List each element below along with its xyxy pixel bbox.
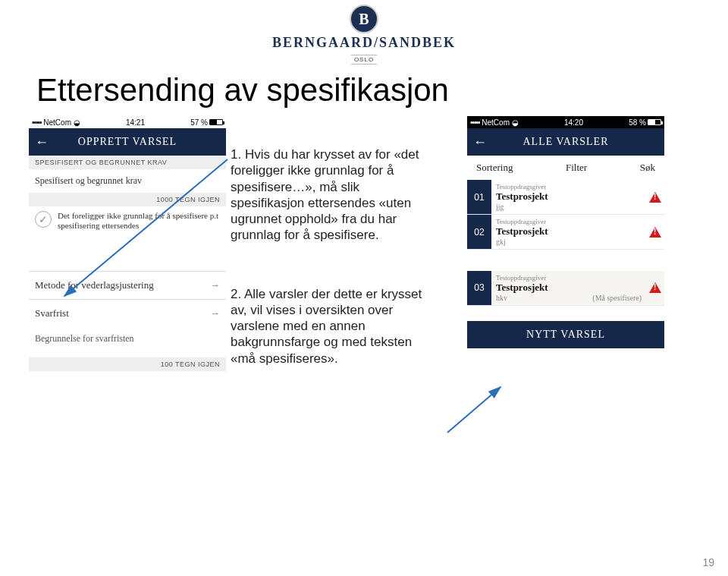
- row-method[interactable]: Metode for vederlagsjustering →: [29, 271, 226, 299]
- logo-text: BERNGAARD/SANDBEK: [0, 35, 728, 51]
- list-item[interactable]: 01 Testoppdragsgiver Testprosjekt jjg: [467, 180, 664, 215]
- spec-text[interactable]: Spesifisert og begrunnet krav: [29, 169, 226, 193]
- logo-circle: B: [350, 5, 378, 33]
- list-item-highlight[interactable]: 03 Testoppdragsgiver Testprosjekt hkv(Må…: [467, 271, 664, 306]
- char-count: 1000 TEGN IGJEN: [29, 193, 226, 206]
- carrier: NetCom: [482, 118, 510, 127]
- chevron-right-icon: →: [210, 307, 220, 319]
- carrier: NetCom: [43, 118, 71, 127]
- svg-line-1: [447, 387, 500, 433]
- sort-link[interactable]: Sortering: [476, 162, 513, 174]
- char-count: 100 TEGN IGJEN: [29, 357, 226, 371]
- warning-icon: [646, 271, 664, 305]
- phone-left-top: ••••• NetCom ◒ 14:21 57 % ← OPPRETT VARS…: [29, 116, 226, 257]
- phone-left-bottom: Metode for vederlagsjustering → Svarfris…: [29, 271, 226, 380]
- warning-icon: [646, 180, 664, 214]
- logo-city: OSLO: [351, 55, 377, 65]
- phone-right-bottom: 03 Testoppdragsgiver Testprosjekt hkv(Må…: [467, 271, 664, 380]
- row-label: Metode for vederlagsjustering: [35, 279, 154, 291]
- phone-right-top: ••••• NetCom ◒ 14:20 58 % ← ALLE VARSLER…: [467, 116, 664, 257]
- row-label: Svarfrist: [35, 307, 69, 319]
- item-under: hkv: [496, 294, 507, 302]
- explanation-text-2: 2. Alle varsler der dette er krysset av,…: [226, 271, 438, 380]
- battery-pct: 58 %: [629, 118, 646, 127]
- status-time: 14:20: [564, 118, 583, 127]
- navbar: ← OPPRETT VARSEL: [29, 128, 226, 156]
- row-svarfrist[interactable]: Svarfrist →: [29, 299, 226, 327]
- section-header: SPESIFISERT OG BEGRUNNET KRAV: [29, 156, 226, 169]
- wifi-icon: ◒: [74, 118, 80, 127]
- search-link[interactable]: Søk: [640, 162, 655, 174]
- new-alert-button[interactable]: NYTT VARSEL: [467, 321, 664, 348]
- filter-bar: Sortering Filter Søk: [467, 156, 664, 180]
- list-item[interactable]: 02 Testoppdragsgiver Testprosjekt gkj: [467, 215, 664, 250]
- navbar-title: OPPRETT VARSEL: [29, 136, 226, 148]
- statusbar: ••••• NetCom ◒ 14:21 57 %: [29, 116, 226, 128]
- checkbox-row[interactable]: ✓ Det foreligger ikke grunnlag for å spe…: [29, 206, 226, 235]
- item-over: Testoppdragsgiver: [496, 183, 642, 190]
- item-extra: (Må spesifisere): [592, 294, 642, 302]
- battery-icon: [209, 119, 223, 125]
- navbar-title: ALLE VARSLER: [467, 136, 664, 148]
- explanation-text-1: 1. Hvis du har krysset av for «det forel…: [226, 116, 438, 257]
- item-main: Testprosjekt: [496, 282, 642, 294]
- warning-icon: [646, 215, 664, 249]
- statusbar: ••••• NetCom ◒ 14:20 58 %: [467, 116, 664, 128]
- status-time: 14:21: [126, 118, 145, 127]
- item-number: 02: [467, 215, 491, 249]
- checkbox-label: Det foreligger ikke grunnlag for å spesi…: [58, 211, 220, 231]
- wifi-icon: ◒: [512, 118, 519, 127]
- page-number: 19: [702, 556, 714, 568]
- filter-link[interactable]: Filter: [566, 162, 587, 174]
- reason-text[interactable]: Begrunnelse for svarfristen: [29, 327, 226, 357]
- chevron-right-icon: →: [210, 279, 220, 291]
- item-under: jjg: [496, 203, 504, 211]
- item-over: Testoppdragsgiver: [496, 274, 642, 282]
- item-number: 01: [467, 180, 491, 214]
- item-under: gkj: [496, 238, 506, 246]
- check-icon[interactable]: ✓: [35, 211, 52, 228]
- battery-pct: 57 %: [190, 118, 208, 127]
- brand-logo: B BERNGAARD/SANDBEK OSLO: [0, 0, 728, 65]
- item-main: Testprosjekt: [496, 190, 642, 203]
- item-over: Testoppdragsgiver: [496, 218, 642, 225]
- battery-icon: [648, 119, 661, 125]
- page-title: Ettersending av spesifikasjon: [36, 72, 728, 109]
- navbar: ← ALLE VARSLER: [467, 128, 664, 156]
- item-main: Testprosjekt: [496, 225, 642, 238]
- item-number: 03: [467, 271, 491, 305]
